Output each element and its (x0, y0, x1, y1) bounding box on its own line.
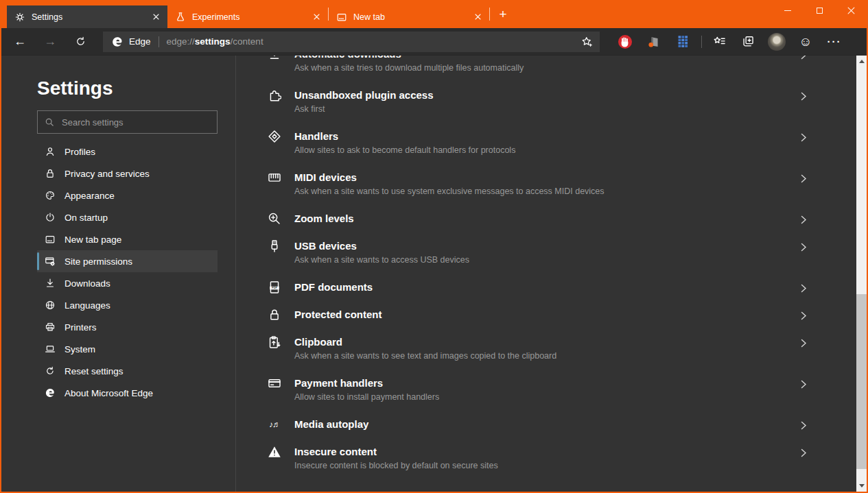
permission-list: Automatic downloads Ask when a site trie… (236, 56, 856, 486)
tab-separator (489, 8, 490, 21)
chevron-right-icon (801, 173, 807, 182)
sidebar-item-new-tab-page[interactable]: New tab page (37, 228, 218, 250)
chevron-right-icon (801, 379, 807, 388)
add-favorite-button[interactable] (576, 33, 597, 51)
forward-button[interactable]: → (38, 30, 62, 53)
adblock-extension-icon[interactable] (613, 30, 637, 53)
forward-icon: → (44, 34, 56, 49)
chevron-right-icon (801, 311, 807, 320)
search-input[interactable] (62, 117, 210, 128)
permission-title: Handlers (294, 130, 788, 143)
permission-row-payment-handlers[interactable]: Payment handlers Allow sites to install … (236, 376, 856, 418)
sidebar-item-reset-settings[interactable]: Reset settings (37, 360, 218, 382)
permission-row-zoom-levels[interactable]: Zoom levels (236, 212, 856, 239)
edge-icon (45, 387, 56, 398)
newtab-icon (45, 234, 56, 245)
sidebar-item-downloads[interactable]: Downloads (37, 272, 218, 294)
newtab-icon (336, 12, 347, 23)
tab-close-icon[interactable] (471, 11, 484, 23)
sidebar-item-privacy-and-services[interactable]: Privacy and services (37, 163, 218, 184)
tab-close-icon[interactable] (310, 11, 322, 23)
puzzle-icon (268, 88, 281, 102)
chevron-right-icon (801, 242, 807, 251)
extension-icon[interactable] (642, 30, 666, 53)
scroll-up-button[interactable] (856, 56, 867, 67)
calculator-extension-icon[interactable] (671, 30, 694, 53)
sidebar-item-languages[interactable]: Languages (37, 294, 218, 316)
permission-description: Ask when a site wants to see text and im… (294, 350, 788, 362)
permission-row-handlers[interactable]: Handlers Allow sites to ask to become de… (236, 130, 856, 171)
pdf-icon: PDF (268, 280, 281, 294)
chevron-right-icon (801, 132, 807, 141)
permission-title: PDF documents (294, 280, 788, 294)
sidebar-item-on-startup[interactable]: On startup (37, 206, 218, 228)
refresh-icon (75, 36, 86, 47)
tab-title: Experiments (192, 12, 304, 22)
permission-row-protected-content[interactable]: Protected content (236, 308, 856, 335)
collections-icon (742, 35, 755, 48)
settings-menu-button[interactable]: ··· (823, 30, 846, 53)
permission-row-insecure-content[interactable]: Insecure content Insecure content is blo… (236, 445, 856, 486)
sidebar-item-appearance[interactable]: Appearance (37, 184, 218, 206)
sidebar-item-profiles[interactable]: Profiles (37, 141, 218, 163)
permission-row-pdf-documents[interactable]: PDF PDF documents (236, 280, 856, 308)
sidebar-nav: Profiles Privacy and services Appearance… (1, 141, 235, 404)
sidebar-item-label: System (64, 344, 95, 354)
feedback-button[interactable]: ☺ (794, 30, 817, 53)
usb-icon (268, 239, 281, 253)
tab-settings[interactable]: Settings (7, 5, 167, 28)
sidebar-item-about-microsoft-edge[interactable]: About Microsoft Edge (37, 382, 218, 404)
maximize-button[interactable] (804, 0, 835, 21)
favorite-star-icon (581, 36, 593, 47)
music-icon: ♪♬ (268, 418, 281, 431)
minimize-button[interactable] (772, 0, 804, 21)
chevron-right-icon (801, 448, 807, 457)
permission-row-automatic-downloads[interactable]: Automatic downloads Ask when a site trie… (236, 56, 856, 88)
settings-search[interactable] (37, 110, 218, 134)
favorites-button[interactable] (707, 30, 731, 53)
sidebar-item-label: Appearance (64, 191, 115, 201)
permission-row-midi-devices[interactable]: MIDI devices Ask when a site wants to us… (236, 171, 856, 212)
new-tab-button[interactable]: + (493, 4, 513, 25)
address-bar[interactable]: Edge edge://settings/content (103, 32, 600, 52)
tab-experiments[interactable]: Experiments (167, 5, 328, 28)
close-button[interactable] (835, 0, 867, 21)
refresh-button[interactable] (69, 30, 92, 53)
back-icon: ← (14, 34, 26, 49)
person-icon (45, 146, 56, 157)
window-controls (772, 0, 867, 21)
sidebar-item-label: Site permissions (64, 256, 132, 267)
page-title: Settings (37, 75, 235, 102)
toolbar-separator (701, 36, 702, 48)
reset-icon (45, 365, 56, 376)
permission-row-unsandboxed-plugin-access[interactable]: Unsandboxed plugin access Ask first (236, 88, 856, 130)
smiley-icon: ☺ (799, 35, 812, 48)
profile-button[interactable] (765, 30, 788, 53)
permission-description: Insecure content is blocked by default o… (294, 460, 788, 472)
collections-button[interactable] (736, 30, 760, 53)
sidebar-item-printers[interactable]: Printers (37, 316, 218, 338)
scrollbar-thumb[interactable] (856, 294, 867, 469)
ellipsis-icon: ··· (828, 36, 842, 47)
permission-row-clipboard[interactable]: Clipboard Ask when a site wants to see t… (236, 335, 856, 376)
sidebar-item-system[interactable]: System (37, 338, 218, 360)
tab-close-icon[interactable] (150, 11, 162, 23)
address-divider (159, 36, 159, 47)
scrollbar[interactable] (856, 56, 867, 492)
sidebar-item-label: New tab page (64, 235, 121, 245)
scroll-down-button[interactable] (856, 481, 867, 491)
palette-icon (45, 190, 56, 201)
flask-icon (175, 12, 186, 23)
back-button[interactable]: ← (8, 30, 32, 53)
permission-description: Ask when a site tries to download multip… (294, 62, 788, 74)
permission-row-usb-devices[interactable]: USB devices Ask when a site wants to acc… (236, 239, 856, 280)
diamond-icon (268, 130, 281, 143)
permission-row-media-autoplay[interactable]: ♪♬ Media autoplay (236, 418, 856, 445)
sidebar-item-site-permissions[interactable]: Site permissions (37, 250, 218, 272)
laptop-icon (45, 344, 56, 354)
permission-title: Payment handlers (294, 376, 788, 390)
permission-title: Automatic downloads (294, 56, 788, 61)
permission-description: Ask when a site wants to access USB devi… (294, 254, 788, 266)
tab-new-tab[interactable]: New tab (329, 5, 489, 28)
warning-icon (268, 445, 281, 459)
